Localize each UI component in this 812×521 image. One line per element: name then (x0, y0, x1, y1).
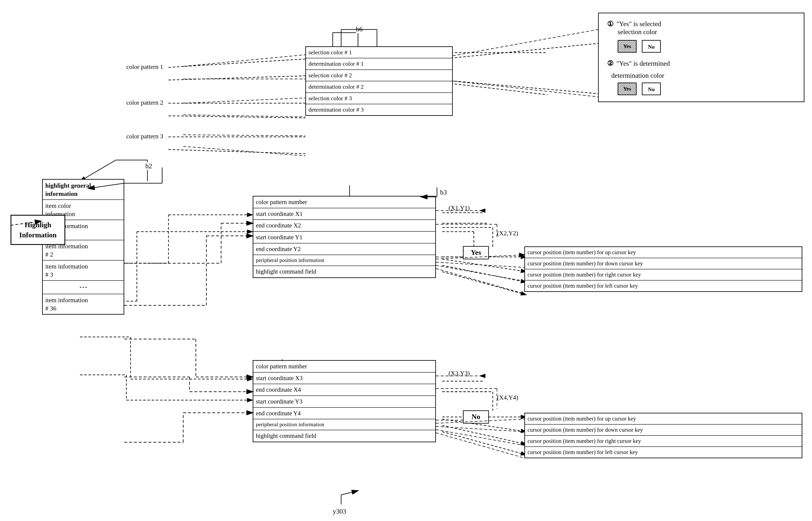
sc-cell-2: determination color # 1 (306, 58, 452, 70)
svg-line-56 (183, 55, 305, 66)
ni-cell-3: end coordinate X4 (253, 384, 435, 396)
yi-cell-4: start coordinate Y1 (253, 232, 435, 244)
hg-cell-1: highlight generalinformation (43, 180, 124, 200)
y303-label: y303 (333, 507, 346, 515)
svg-line-84 (453, 29, 598, 56)
sc-cell-1: selection color # 1 (306, 47, 452, 58)
svg-line-45 (442, 272, 527, 295)
yes-determined-text: "Yes" is determined (617, 60, 670, 67)
cy-cell-2: cursor position (item number) for down c… (525, 258, 802, 269)
h2-label: h2 (145, 162, 152, 170)
svg-line-107 (436, 430, 524, 446)
cp1-label: color pattern 1 (126, 63, 163, 70)
svg-line-5 (168, 76, 305, 80)
yes-no-buttons-2: Yes No (618, 83, 795, 95)
cn-cell-3: cursor position (item number) for right … (525, 436, 802, 447)
yes-item-info-box: color pattern number start coordinate X1… (253, 196, 436, 278)
svg-line-12 (80, 160, 116, 181)
no-label: No (477, 415, 486, 423)
yes-label: Yes (476, 251, 486, 258)
svg-line-4 (168, 59, 305, 67)
svg-line-7 (168, 116, 305, 118)
circle2: ② (607, 60, 613, 67)
sc-cell-4: determination color # 2 (306, 81, 452, 93)
svg-line-61 (183, 146, 305, 156)
yes-btn-label: Yes (623, 43, 631, 49)
svg-line-108 (436, 433, 524, 458)
svg-line-96 (436, 265, 524, 281)
x3y3-label: (X3,Y3) (448, 369, 470, 377)
yes-no-buttons-1: Yes No (618, 40, 795, 53)
info-row-2: ② "Yes" is determined (607, 59, 795, 67)
sc-cell-3: selection color # 2 (306, 70, 452, 81)
no-button-2[interactable]: No (642, 83, 661, 95)
ni-cell-5: end coordinate Y4 (253, 408, 435, 420)
svg-line-106 (436, 427, 524, 432)
determination-color-text: determination color (611, 72, 795, 80)
svg-line-38 (442, 80, 611, 95)
svg-line-43 (442, 259, 527, 272)
highlight-general-box: highlight generalinformation item colori… (42, 179, 124, 315)
yi-cell-7: highlight command field (253, 266, 435, 277)
svg-line-44 (442, 265, 527, 282)
info-row-1: ① "Yes" is selected selection color (607, 20, 795, 36)
x2y2-label: (X2,Y2) (497, 229, 518, 237)
cn-cell-4: cursor position (item number) for left c… (525, 447, 802, 458)
ni-cell-7: highlight command field (253, 430, 435, 441)
svg-line-58 (183, 98, 305, 103)
yi-cell-1: color pattern number (253, 197, 435, 208)
svg-line-60 (183, 135, 305, 136)
cy-cell-4: cursor position (item number) for left c… (525, 280, 802, 291)
cp3-label: color pattern 3 (126, 133, 163, 140)
svg-line-47 (442, 425, 527, 444)
svg-line-95 (436, 262, 524, 268)
cy-cell-3: cursor position (item number) for right … (525, 269, 802, 280)
ni-cell-4: start coordinate Y3 (253, 396, 435, 408)
b6-label: b6 (356, 25, 363, 33)
sc-cell-5: selection color # 3 (306, 93, 452, 104)
b3-label: b3 (440, 188, 447, 196)
yes-button-2[interactable]: Yes (618, 83, 636, 95)
cy-cell-1: cursor position (item number) for up cur… (525, 247, 802, 258)
hg-cell-5: item information# 3 (43, 260, 124, 281)
ni-cell-1: color pattern number (253, 361, 435, 372)
svg-line-110 (341, 491, 358, 495)
no-button-1[interactable]: No (642, 40, 661, 53)
selection-color-box: selection color # 1 determination color … (305, 46, 453, 116)
highlight-information-box: HighlighInformation (10, 215, 65, 245)
yi-cell-2: start coordinate X1 (253, 208, 435, 220)
cursor-no-box: cursor position (item number) for up cur… (524, 413, 802, 458)
x1y1-label: (X1,Y1) (448, 204, 470, 211)
circle1: ① (607, 20, 613, 28)
highlight-info-label: HighlighInformation (19, 221, 56, 239)
no-item-info-box: color pattern number start coordinate X3… (253, 360, 436, 442)
svg-line-85 (453, 81, 598, 97)
cp2-label: color pattern 2 (126, 99, 163, 106)
yi-cell-3: end coordinate X2 (253, 220, 435, 232)
cn-cell-2: cursor position (item number) for down c… (525, 425, 802, 436)
svg-line-9 (168, 150, 305, 154)
svg-line-59 (183, 115, 305, 117)
ni-cell-6: peripheral position information (253, 419, 435, 430)
yi-cell-6: peripheral position information (253, 255, 435, 266)
yi-cell-5: end coordinate Y2 (253, 244, 435, 255)
svg-line-37 (442, 42, 611, 59)
info-box: ① "Yes" is selected selection color Yes … (598, 13, 805, 102)
yes-button-1[interactable]: Yes (618, 40, 636, 53)
cn-cell-1: cursor position (item number) for up cur… (525, 413, 802, 425)
hg-cell-dots: ⋯ (43, 281, 124, 294)
cursor-yes-box: cursor position (item number) for up cur… (524, 246, 802, 292)
sc-cell-6: determination color # 3 (306, 104, 452, 115)
svg-line-48 (442, 432, 527, 455)
yes-selected-text: "Yes" is selected (617, 20, 661, 28)
selection-color-text: selection color (618, 28, 657, 36)
x4y4-label: (X4,Y4) (497, 394, 518, 401)
hg-cell-36: item information# 36 (43, 294, 124, 314)
svg-line-97 (436, 269, 524, 294)
yes-btn-label-2: Yes (623, 86, 631, 92)
ni-cell-2: start coordinate X3 (253, 372, 435, 384)
